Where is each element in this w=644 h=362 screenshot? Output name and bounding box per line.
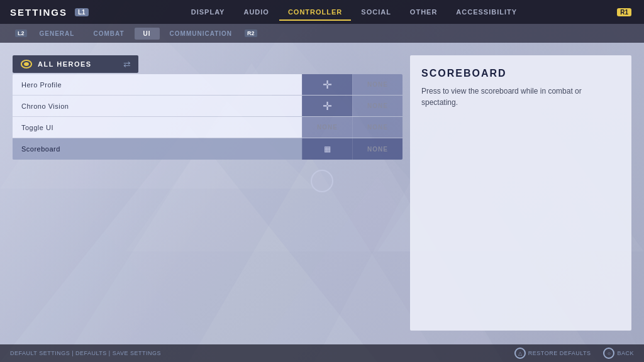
restore-defaults-group[interactable]: △ RESTORE DEFAULTS <box>514 348 591 359</box>
back-icon-btn: ○ <box>603 348 614 359</box>
scoreboard-btn2[interactable]: NONE <box>352 138 402 160</box>
main-content-area: ALL HEROES ⇄ Hero Profile ✛ NONE Chrono … <box>0 43 644 343</box>
toggle-ui-label: Toggle UI <box>13 117 302 138</box>
back-label: BACK <box>617 350 634 356</box>
bottom-settings-info: DEFAULT SETTINGS | DEFAULTS | SAVE SETTI… <box>10 350 161 356</box>
left-panel: ALL HEROES ⇄ Hero Profile ✛ NONE Chrono … <box>13 55 402 331</box>
r2-badge[interactable]: R2 <box>245 30 257 37</box>
l1-badge[interactable]: L1 <box>75 8 89 16</box>
chrono-vision-label: Chrono Vision <box>13 96 302 116</box>
subtab-combat[interactable]: COMBAT <box>84 28 133 40</box>
settings-title: SETTINGS <box>10 7 67 18</box>
toggle-ui-none2: NONE <box>367 124 388 131</box>
restore-icon-btn: △ <box>514 348 526 359</box>
scoreboard-btn1[interactable]: ▦ <box>302 138 352 160</box>
dpad-icon: ✛ <box>323 78 332 92</box>
right-panel: SCOREBOARD Press to view the scoreboard … <box>410 55 631 331</box>
toggle-ui-none1: NONE <box>317 124 338 131</box>
hero-profile-btn2[interactable]: NONE <box>352 74 402 95</box>
tab-social[interactable]: SOCIAL <box>352 4 400 19</box>
top-nav-bar: SETTINGS L1 DISPLAY AUDIO CONTROLLER SOC… <box>0 0 644 24</box>
subtab-communication[interactable]: COMMUNICATION <box>161 28 241 40</box>
grid-icon: ▦ <box>324 145 331 153</box>
hero-selector-label: ALL HEROES <box>38 60 118 68</box>
hero-profile-btn1[interactable]: ✛ <box>302 74 352 95</box>
scoreboard-none: NONE <box>367 146 388 153</box>
tab-accessibility[interactable]: ACCESSIBILITY <box>447 4 526 19</box>
row-hero-profile[interactable]: Hero Profile ✛ NONE <box>13 74 402 96</box>
tab-display[interactable]: DISPLAY <box>182 4 234 19</box>
row-chrono-vision[interactable]: Chrono Vision ✛ NONE <box>13 96 402 117</box>
triangle-icon: △ <box>518 351 522 356</box>
dpad-icon-2: ✛ <box>323 99 332 113</box>
circle-icon: ○ <box>608 351 611 356</box>
row-scoreboard[interactable]: Scoreboard ▦ NONE <box>13 138 402 160</box>
chrono-vision-btn2[interactable]: NONE <box>352 96 402 116</box>
tab-audio[interactable]: AUDIO <box>235 4 277 19</box>
overwatch-icon <box>20 59 33 69</box>
tab-controller[interactable]: CONTROLLER <box>279 4 351 19</box>
bottom-right-actions: △ RESTORE DEFAULTS ○ BACK <box>514 348 634 359</box>
restore-label: RESTORE DEFAULTS <box>528 350 591 356</box>
chrono-vision-none: NONE <box>367 102 388 109</box>
row-toggle-ui[interactable]: Toggle UI NONE NONE <box>13 117 402 138</box>
swap-icon: ⇄ <box>123 59 131 69</box>
l2-badge[interactable]: L2 <box>15 30 27 37</box>
detail-title: SCOREBOARD <box>421 68 620 79</box>
toggle-ui-btn1[interactable]: NONE <box>302 117 352 138</box>
sub-nav-bar: L2 GENERAL COMBAT UI COMMUNICATION R2 <box>0 24 644 43</box>
subtab-ui[interactable]: UI <box>135 28 160 40</box>
chrono-vision-btn1[interactable]: ✛ <box>302 96 352 116</box>
subtab-general[interactable]: GENERAL <box>31 28 84 40</box>
back-group[interactable]: ○ BACK <box>603 348 634 359</box>
bottom-left-actions: DEFAULT SETTINGS | DEFAULTS | SAVE SETTI… <box>10 350 161 356</box>
hero-profile-label: Hero Profile <box>13 74 302 95</box>
toggle-ui-btn2[interactable]: NONE <box>352 117 402 138</box>
settings-table: Hero Profile ✛ NONE Chrono Vision ✛ NONE <box>13 74 402 160</box>
hero-selector[interactable]: ALL HEROES ⇄ <box>13 55 138 73</box>
tab-other[interactable]: OTHER <box>401 4 447 19</box>
detail-description: Press to view the scoreboard while in co… <box>421 85 620 108</box>
bottom-bar: DEFAULT SETTINGS | DEFAULTS | SAVE SETTI… <box>0 344 644 362</box>
hero-profile-none: NONE <box>367 81 388 88</box>
main-nav-tabs: DISPLAY AUDIO CONTROLLER SOCIAL OTHER AC… <box>94 4 615 19</box>
r1-badge[interactable]: R1 <box>617 8 631 16</box>
scoreboard-label: Scoreboard <box>13 138 302 160</box>
